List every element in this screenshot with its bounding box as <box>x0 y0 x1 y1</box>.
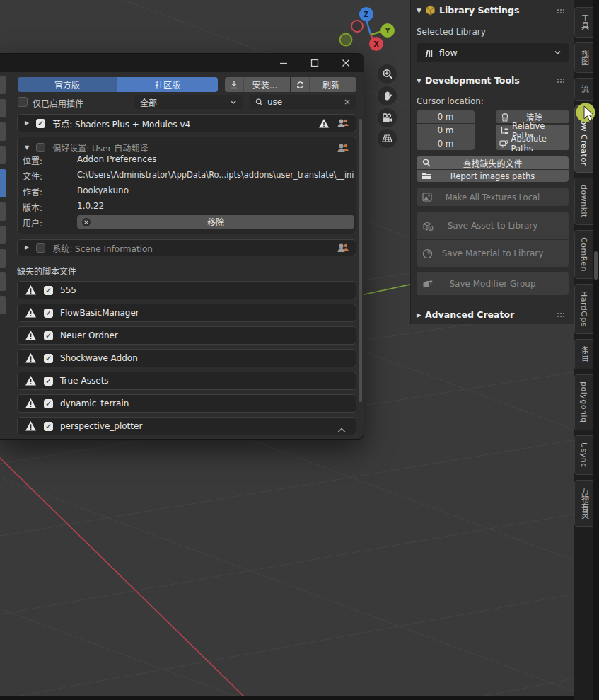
edge-scrollbar[interactable] <box>594 251 598 280</box>
sidebar-tab[interactable]: HardOps <box>574 284 593 334</box>
selected-library-label: Selected Library <box>417 27 486 37</box>
sidebar-tab[interactable]: ComRen <box>574 230 593 279</box>
refresh-icon <box>291 77 310 92</box>
development-tools-header[interactable]: ▼ Development Tools <box>417 75 520 86</box>
make-textures-local-button[interactable]: Make All Textures Local <box>417 188 569 206</box>
addon-row-system[interactable]: ▶ 系统: Scene Information <box>17 239 356 256</box>
cursor-value-field[interactable]: 0 m <box>417 124 475 137</box>
expand-triangle-icon[interactable]: ▶ <box>25 120 29 126</box>
missing-script-name: perspective_plotter <box>60 421 349 431</box>
zoom-button[interactable] <box>378 64 397 84</box>
gizmo-neg-y-handle <box>340 34 352 46</box>
expand-triangle-icon[interactable]: ▶ <box>25 245 29 251</box>
script-enabled-checkbox[interactable]: ✓ <box>44 354 53 363</box>
system-enabled-checkbox[interactable] <box>36 243 45 253</box>
minimize-button[interactable] <box>273 56 294 70</box>
sidebar-tab[interactable]: 流 <box>574 78 593 101</box>
refresh-button[interactable]: 刷新 <box>291 77 356 92</box>
pref-section-tab[interactable] <box>0 76 6 94</box>
library-settings-header[interactable]: ▼ Library Settings <box>417 5 519 16</box>
save-asset-button[interactable]: Save Asset to Library <box>417 212 569 239</box>
warning-icon <box>25 398 37 409</box>
sidebar-tab[interactable]: 万物有灵 <box>574 480 593 527</box>
pref-section-tab[interactable] <box>0 226 6 244</box>
pref-section-tab[interactable] <box>0 249 6 268</box>
blender-window: Z Y X <box>0 0 599 700</box>
dialog-titlebar[interactable] <box>0 54 364 72</box>
field-value: 1.0.22 <box>77 201 104 211</box>
scroll-more-chevron-icon[interactable] <box>337 428 347 433</box>
cursor-value-field[interactable]: 0 m <box>417 137 475 150</box>
sidebar-tab[interactable]: Flow Creator <box>574 105 593 173</box>
warning-icon <box>25 285 37 296</box>
x-axis-line <box>0 430 248 700</box>
warning-icon <box>318 118 330 129</box>
sidebar-tab[interactable]: 工具 <box>574 7 593 38</box>
trash-icon <box>501 113 509 122</box>
cursor-value-field[interactable]: 0 m <box>417 110 475 123</box>
library-select[interactable]: flow <box>417 43 569 62</box>
tab-community[interactable]: 社区版 <box>117 77 218 92</box>
sidebar-tab[interactable]: Usync <box>574 435 593 475</box>
ortho-grid-button[interactable] <box>378 129 397 148</box>
pref-section-tab[interactable] <box>0 296 6 314</box>
prefs-enabled-checkbox[interactable] <box>36 143 45 152</box>
script-enabled-checkbox[interactable]: ✓ <box>44 399 53 408</box>
panel-grip-icon[interactable] <box>557 312 566 317</box>
absolute-paths-button[interactable]: Absolute Paths <box>496 137 569 150</box>
pref-section-tab[interactable] <box>0 272 6 291</box>
script-enabled-checkbox[interactable]: ✓ <box>44 422 53 431</box>
pan-button[interactable] <box>378 86 397 105</box>
save-modifier-button[interactable]: Save Modifier Group <box>417 272 569 295</box>
pref-section-tab-active[interactable] <box>0 169 6 197</box>
script-enabled-checkbox[interactable]: ✓ <box>44 377 53 386</box>
find-missing-files-button[interactable]: 查找缺失的文件 <box>417 156 569 169</box>
enabled-only-checkbox[interactable] <box>18 97 28 107</box>
category-select[interactable]: 全部 <box>134 95 243 109</box>
missing-script-row[interactable]: ✓ FlowBasicManager <box>17 304 356 322</box>
install-button[interactable]: 安装... <box>225 77 290 92</box>
addon-enabled-checkbox[interactable]: ✓ <box>36 119 45 128</box>
pref-section-tab[interactable] <box>0 122 6 141</box>
field-label: 位置: <box>23 154 42 166</box>
missing-script-row[interactable]: ✓ 555 <box>17 281 356 299</box>
pref-section-tab[interactable] <box>0 99 6 117</box>
pref-section-tab[interactable] <box>0 146 6 164</box>
sidebar-tab[interactable]: 条目 <box>574 339 593 369</box>
collapse-triangle-icon[interactable]: ▼ <box>25 145 29 151</box>
gizmo-x-label: X <box>373 40 379 48</box>
missing-script-row[interactable]: ✓ Neuer Ordner <box>17 326 356 345</box>
addon-row-shaders[interactable]: ▶ ✓ 节点: Shaders Plus + Modules v4 <box>17 114 356 132</box>
script-enabled-checkbox[interactable]: ✓ <box>44 286 53 295</box>
save-material-button[interactable]: Save Material to Library <box>417 240 569 267</box>
missing-script-row[interactable]: ✓ dynamic_terrain <box>17 394 356 413</box>
advanced-creator-header[interactable]: ▶ Advanced Creator <box>417 309 514 320</box>
script-enabled-checkbox[interactable]: ✓ <box>44 331 53 340</box>
maximize-button[interactable] <box>304 56 325 70</box>
search-value: use <box>267 97 339 107</box>
sidebar-tab[interactable]: downkit <box>574 178 593 225</box>
sidebar-tab[interactable]: polygoniq <box>574 374 593 430</box>
search-input[interactable]: use × <box>250 95 356 109</box>
sidebar-tab[interactable]: 视图 <box>574 42 593 73</box>
missing-script-row[interactable]: ✓ True-Assets <box>17 372 356 390</box>
cursor-location-label: Cursor location: <box>417 96 484 106</box>
panel-grip-icon[interactable] <box>557 8 566 13</box>
pref-section-tab[interactable] <box>0 202 6 221</box>
community-icon <box>337 243 349 253</box>
missing-script-name: True-Assets <box>60 376 349 386</box>
clear-search-icon[interactable]: × <box>344 98 351 106</box>
report-images-paths-button[interactable]: Report images paths <box>417 170 569 182</box>
missing-script-row[interactable]: ✓ perspective_plotter <box>17 417 356 435</box>
missing-script-name: Shockwave Addon <box>60 353 349 363</box>
addon-preferences-box: ▼ 偏好设置: User 自动翻译 位置: Addon Preferences … <box>17 137 356 234</box>
missing-script-row[interactable]: ✓ Shockwave Addon <box>17 349 356 367</box>
navigation-gizmo[interactable]: Z Y X <box>338 0 403 58</box>
camera-view-button[interactable] <box>378 108 397 127</box>
panel-grip-icon[interactable] <box>557 78 566 83</box>
remove-user-button[interactable]: 移除 <box>77 215 354 229</box>
dialog-scrollbar[interactable] <box>359 119 362 402</box>
close-button[interactable] <box>335 56 356 70</box>
script-enabled-checkbox[interactable]: ✓ <box>44 309 53 318</box>
tab-official[interactable]: 官方版 <box>18 77 117 92</box>
